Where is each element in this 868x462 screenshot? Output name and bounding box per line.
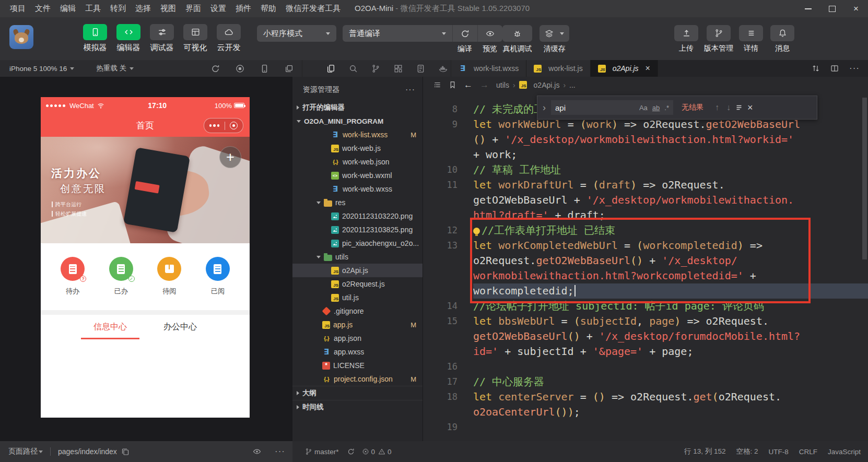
code-line[interactable]: getO2WebBaseUrl() + '/x_desktop/forumdoc… xyxy=(423,329,868,344)
code-area[interactable]: 8// 未完成的工作地址9let workWebUrl = (work) => … xyxy=(423,93,868,435)
code-line[interactable]: 10// 草稿 工作地址 xyxy=(423,162,868,177)
tree-item[interactable]: JSapp.jsM xyxy=(292,318,423,331)
eye-icon[interactable] xyxy=(253,447,261,456)
add-button[interactable]: + xyxy=(219,146,241,168)
tree-item[interactable]: utils xyxy=(292,250,423,264)
code-line[interactable]: 18let centerServer = () => o2Request.get… xyxy=(423,389,868,405)
code-line[interactable]: 17// 中心服务器 xyxy=(423,374,868,389)
branch-icon[interactable] xyxy=(371,64,380,73)
menu-item[interactable]: 项目 xyxy=(5,4,30,14)
code-line[interactable]: o2Request.getO2WebBaseUrl() + '/x_deskto… xyxy=(423,253,868,268)
tab-work-list.wxss[interactable]: ∃work-list.wxss xyxy=(451,60,526,77)
warning-count[interactable]: 0 xyxy=(378,448,392,456)
menu-item[interactable]: 转到 xyxy=(105,4,131,14)
tree-item[interactable]: {..}app.json xyxy=(292,331,423,345)
bookmark-icon[interactable] xyxy=(449,81,456,89)
tree-item[interactable]: ∃work-list.wxssM xyxy=(292,128,423,141)
whole-word-toggle[interactable]: ab xyxy=(652,104,660,112)
previous-match-icon[interactable]: ↑ xyxy=(715,103,719,112)
code-line[interactable]: 13let workCompletedWebUrl = (workcomplet… xyxy=(423,238,868,253)
menu-item[interactable]: 视图 xyxy=(156,4,181,14)
user-avatar[interactable] xyxy=(9,25,33,49)
tree-item[interactable]: res xyxy=(292,196,423,209)
breadcrumb-item[interactable]: o2Api.js xyxy=(534,81,560,89)
code-line[interactable]: 11let workDraftUrl = (draft) => o2Reques… xyxy=(423,177,868,193)
regex-toggle[interactable]: .* xyxy=(664,104,669,112)
tree-item[interactable]: .gitignore xyxy=(292,304,423,318)
hero-banner[interactable]: 活力办公 创意无限 跨平台运行 轻松扩展提速 + xyxy=(41,137,250,243)
more-actions-icon[interactable]: ··· xyxy=(849,63,860,74)
code-line[interactable]: 16 xyxy=(423,359,868,374)
menu-item[interactable]: 帮助 xyxy=(256,4,281,14)
tree-section[interactable]: 时间线 xyxy=(292,400,423,414)
find-expand-icon[interactable]: › xyxy=(542,102,547,113)
indent-setting[interactable]: 空格: 2 xyxy=(736,447,758,456)
page-path-selector[interactable]: 页面路径 xyxy=(8,447,43,456)
toolbar-button[interactable]: 可视化 xyxy=(179,24,212,53)
menu-item[interactable]: 设置 xyxy=(206,4,231,14)
git-branch[interactable]: master* xyxy=(305,448,339,456)
code-line[interactable]: 12//工作表单打开地址 已结束 xyxy=(423,223,868,238)
next-match-icon[interactable]: ↓ xyxy=(726,103,731,112)
tree-item[interactable]: JSutil.js xyxy=(292,291,423,304)
tree-item[interactable]: 20201123103825.png xyxy=(292,223,423,236)
toolbar-button[interactable]: 清缓存 xyxy=(539,25,569,54)
close-icon[interactable]: × xyxy=(646,64,650,73)
tree-section[interactable]: 打开的编辑器 xyxy=(292,101,423,114)
cascade-icon[interactable] xyxy=(285,64,294,73)
tree-section[interactable]: 大纲 xyxy=(292,386,423,400)
toolbar-button[interactable]: 消息 xyxy=(769,25,796,53)
whale-icon[interactable] xyxy=(439,64,448,73)
tree-item[interactable]: 20201123103220.png xyxy=(292,209,423,223)
shortcut-todo[interactable]: ?待办 xyxy=(56,257,89,305)
mode-select[interactable]: 小程序模式 xyxy=(257,25,336,42)
code-line[interactable]: html?draft=' + draft; xyxy=(423,208,868,223)
toolbar-button[interactable]: 真机调试 xyxy=(502,25,532,54)
menu-item[interactable]: 编辑 xyxy=(55,4,80,14)
code-editor[interactable]: ← → utils›JSo2Api.js›... 8// 未完成的工作地址9le… xyxy=(423,77,868,441)
tree-item[interactable]: ∃app.wxss xyxy=(292,345,423,359)
tree-item[interactable]: <>work-web.wxml xyxy=(292,169,423,182)
code-line[interactable]: 19 xyxy=(423,420,868,435)
capsule-menu[interactable] xyxy=(204,118,243,133)
refresh-icon[interactable] xyxy=(211,64,220,73)
tree-item[interactable]: *LICENSE xyxy=(292,359,423,372)
find-in-selection-icon[interactable] xyxy=(735,103,743,112)
tab-o2Api.js[interactable]: JSo2Api.js× xyxy=(591,60,658,77)
menu-item[interactable]: 界面 xyxy=(181,4,206,14)
phone-icon[interactable] xyxy=(260,64,269,73)
code-line[interactable]: workmobilewithaction.html?workcompletedi… xyxy=(423,268,868,283)
toolbar-button[interactable]: 调试器 xyxy=(145,24,179,53)
tree-section[interactable]: O2OA_MINI_PROGRAM xyxy=(292,114,423,128)
match-case-toggle[interactable]: Aa xyxy=(639,104,648,112)
breadcrumb-item[interactable]: utils xyxy=(496,81,509,89)
phone-tab[interactable]: 信息中心 xyxy=(75,315,145,339)
hot-reload-toggle[interactable]: 热重载 关 xyxy=(96,64,134,73)
code-line[interactable]: () + '/x_desktop/workmobilewithaction.ht… xyxy=(423,132,868,147)
cursor-position[interactable]: 行 13, 列 152 xyxy=(684,447,726,456)
close-button[interactable]: × xyxy=(844,0,868,17)
toolbar-button[interactable]: 预览 xyxy=(477,25,502,54)
error-count[interactable]: 0 xyxy=(362,448,376,456)
toolbar-button[interactable]: 上传 xyxy=(673,25,700,53)
shortcut-toread[interactable]: 待阅 xyxy=(153,257,185,305)
menu-item[interactable]: 工具 xyxy=(80,4,105,14)
compare-changes-icon[interactable] xyxy=(812,64,820,73)
language-mode[interactable]: JavaScript xyxy=(828,448,861,456)
lightbulb-icon[interactable] xyxy=(473,228,480,234)
search-input[interactable]: api Aa ab .* xyxy=(551,100,673,115)
menu-item[interactable]: 微信开发者工具 xyxy=(281,4,345,14)
eol-setting[interactable]: CRLF xyxy=(799,448,817,456)
tree-item[interactable]: pic_xiaochengxu_o2o... xyxy=(292,236,423,250)
toolbar-button[interactable]: 编辑器 xyxy=(112,24,145,53)
compile-select[interactable]: 普通编译 xyxy=(343,25,452,42)
tree-item[interactable]: JSo2Request.js xyxy=(292,277,423,291)
minimize-record-icon[interactable] xyxy=(230,122,238,129)
menu-item[interactable]: 插件 xyxy=(231,4,256,14)
device-selector[interactable]: iPhone 5 100% 16 xyxy=(9,65,74,73)
search-icon[interactable] xyxy=(349,64,358,73)
files-icon[interactable] xyxy=(326,64,335,73)
toolbar-button[interactable]: 模拟器 xyxy=(78,24,112,53)
outline-icon[interactable] xyxy=(433,81,441,89)
stop-icon[interactable] xyxy=(236,64,244,73)
